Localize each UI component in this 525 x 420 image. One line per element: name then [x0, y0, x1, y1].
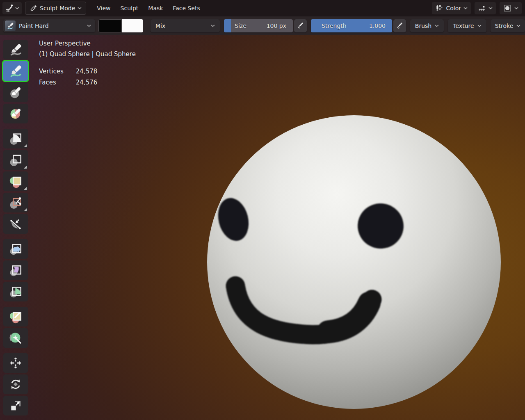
view-name: User Perspective [39, 40, 91, 47]
color-attribute-label: Color [446, 5, 461, 11]
menu-face-sets[interactable]: Face Sets [168, 0, 205, 16]
stroke-panel-label: Stroke [495, 23, 514, 29]
tool-edit-face-set[interactable] [3, 307, 28, 326]
display-mode-dropdown[interactable] [500, 2, 522, 14]
tool-scale[interactable] [3, 396, 28, 415]
topbar-right-controls: Color [432, 2, 522, 14]
quad-sphere-object [207, 115, 501, 409]
tool-cloth-filter[interactable] [3, 260, 28, 280]
tool-blend-brush[interactable] [3, 104, 28, 123]
chevron-down-icon [15, 7, 19, 9]
box-mask-icon [9, 132, 23, 146]
blend-mode-dropdown[interactable]: Mix [151, 19, 220, 32]
sculpt-editor-icon [5, 4, 14, 13]
tool-color-filter[interactable] [3, 282, 28, 301]
menu-sculpt[interactable]: Sculpt [116, 0, 144, 16]
tool-box-mask[interactable] [3, 129, 28, 148]
tool-mask-by-color[interactable] [3, 328, 28, 348]
texture-panel-label: Texture [453, 23, 474, 29]
color-attribute-icon [435, 4, 443, 12]
editor-type-button[interactable] [2, 2, 22, 14]
chevron-down-icon [514, 7, 518, 9]
tool-smear-brush[interactable] [3, 82, 28, 102]
size-slider[interactable]: Size 100 px [224, 19, 293, 32]
tool-settings-bar: Paint Hard Mix Size 100 px Strength 1.00… [0, 16, 525, 36]
blend-brush-icon [9, 107, 23, 121]
chevron-down-icon [435, 25, 439, 27]
edit-face-set-icon [9, 310, 23, 324]
mode-dropdown[interactable]: Sculpt Mode [25, 2, 86, 15]
color-attribute-dropdown[interactable]: Color [432, 2, 471, 14]
display-sphere-icon [503, 4, 512, 13]
brush-thumbnail-icon [5, 21, 16, 31]
chevron-down-icon [516, 25, 520, 27]
stat-faces: Faces 24,576 [39, 79, 97, 86]
size-pressure-toggle[interactable] [294, 19, 307, 32]
sculpt-mode-icon [30, 5, 37, 12]
falloff-curve-icon [478, 4, 486, 12]
brush-panel-dropdown[interactable]: Brush [410, 19, 444, 32]
object-info: (1) Quad Sphere | Quad Sphere [39, 50, 136, 58]
toolbar [3, 40, 28, 420]
strength-label: Strength [322, 23, 347, 29]
secondary-color-swatch[interactable] [122, 19, 143, 32]
rotate-icon [9, 377, 23, 391]
tool-rotate[interactable] [3, 374, 28, 394]
subtool-indicator [24, 144, 27, 147]
tool-draw-brush[interactable] [3, 40, 28, 59]
chevron-down-icon [211, 25, 215, 27]
chevron-down-icon [463, 7, 468, 9]
chevron-down-icon [78, 7, 82, 9]
pressure-icon [395, 21, 404, 30]
color-filter-icon [9, 285, 23, 299]
stroke-panel-dropdown[interactable]: Stroke [491, 19, 525, 32]
texture-panel-dropdown[interactable]: Texture [448, 19, 486, 32]
stat-vertices: Vertices 24,578 [39, 68, 97, 75]
menubar: View Sculpt Mask Face Sets [92, 0, 205, 16]
subtool-indicator [24, 166, 27, 169]
falloff-dropdown[interactable] [475, 2, 496, 14]
scale-icon [9, 399, 23, 413]
primary-color-swatch[interactable] [98, 19, 122, 32]
tool-box-trim[interactable] [3, 193, 28, 212]
pressure-icon [296, 21, 305, 30]
move-icon [9, 356, 23, 370]
chevron-down-icon [477, 25, 482, 27]
box-face-set-icon [9, 174, 23, 188]
tool-box-hide[interactable] [3, 150, 28, 170]
color-swatches [98, 19, 143, 32]
box-trim-icon [9, 196, 23, 210]
strength-slider[interactable]: Strength 1.000 [311, 19, 392, 32]
smear-brush-icon [9, 85, 23, 99]
subtool-indicator [24, 187, 27, 190]
menu-view[interactable]: View [92, 0, 115, 16]
paint-brush-icon [9, 64, 23, 78]
blend-mode-label: Mix [155, 23, 211, 29]
brush-select-dropdown[interactable]: Paint Hard [3, 19, 95, 32]
tool-paint-brush[interactable] [3, 61, 28, 81]
topbar: Sculpt Mode View Sculpt Mask Face Sets C… [0, 0, 525, 16]
menu-mask[interactable]: Mask [143, 0, 168, 16]
strength-pressure-toggle[interactable] [393, 19, 406, 32]
mask-by-color-icon [9, 331, 23, 345]
chevron-down-icon [488, 7, 493, 9]
tool-move[interactable] [3, 353, 28, 373]
brush-panel-label: Brush [415, 23, 431, 29]
tool-box-face-set[interactable] [3, 171, 28, 191]
viewport-3d[interactable]: User Perspective (1) Quad Sphere | Quad … [0, 35, 525, 420]
size-slider-fill [224, 19, 231, 32]
draw-brush-icon [9, 43, 23, 57]
tool-mesh-filter[interactable] [3, 239, 28, 259]
subtool-indicator [24, 208, 27, 211]
size-label: Size [235, 23, 247, 29]
strength-value: 1.000 [369, 23, 386, 29]
size-value: 100 px [267, 23, 286, 29]
mode-label: Sculpt Mode [40, 5, 75, 11]
chevron-down-icon [87, 25, 91, 27]
tool-line-project[interactable] [3, 214, 28, 234]
line-project-icon [9, 217, 23, 231]
mesh-filter-icon [9, 242, 23, 256]
brush-name-label: Paint Hard [19, 23, 84, 29]
cloth-filter-icon [9, 263, 23, 277]
box-hide-icon [9, 153, 23, 167]
